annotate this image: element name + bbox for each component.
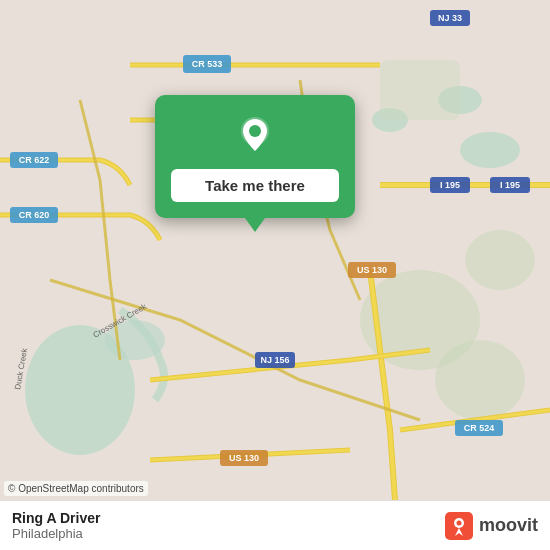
- svg-text:CR 524: CR 524: [464, 423, 495, 433]
- svg-text:US 130: US 130: [229, 453, 259, 463]
- map-container: Crosswick Creek Duck Creek CR 533 CR 533…: [0, 0, 550, 500]
- svg-text:NJ 33: NJ 33: [438, 13, 462, 23]
- moovit-logo-icon: [445, 512, 473, 540]
- svg-point-38: [456, 520, 461, 525]
- app-info: Ring A Driver Philadelphia: [12, 510, 100, 541]
- svg-point-8: [465, 230, 535, 290]
- svg-point-5: [460, 132, 520, 168]
- svg-text:CR 533: CR 533: [192, 59, 223, 69]
- svg-text:CR 620: CR 620: [19, 210, 50, 220]
- map-attribution: © OpenStreetMap contributors: [4, 481, 148, 496]
- svg-rect-9: [380, 60, 460, 120]
- svg-text:CR 622: CR 622: [19, 155, 50, 165]
- popup-card: Take me there: [155, 95, 355, 218]
- bottom-bar: Ring A Driver Philadelphia moovit: [0, 500, 550, 550]
- svg-point-7: [435, 340, 525, 420]
- city-label: Philadelphia: [12, 526, 100, 541]
- svg-text:US 130: US 130: [357, 265, 387, 275]
- moovit-logo: moovit: [445, 512, 538, 540]
- map-background: Crosswick Creek Duck Creek CR 533 CR 533…: [0, 0, 550, 500]
- svg-text:I 195: I 195: [440, 180, 460, 190]
- svg-text:NJ 156: NJ 156: [260, 355, 289, 365]
- svg-text:I 195: I 195: [500, 180, 520, 190]
- app-name-label: Ring A Driver: [12, 510, 100, 526]
- location-pin-icon: [233, 113, 277, 157]
- take-me-there-button[interactable]: Take me there: [171, 169, 339, 202]
- svg-point-35: [249, 125, 261, 137]
- moovit-text: moovit: [479, 515, 538, 536]
